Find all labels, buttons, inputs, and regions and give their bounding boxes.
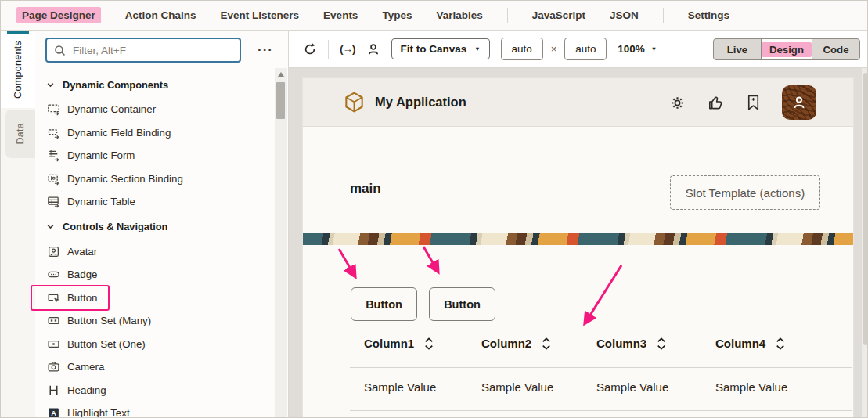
zoom-value: 100% [618, 43, 645, 55]
mode-code-button[interactable]: Code [812, 39, 859, 59]
tab-action-chains[interactable]: Action Chains [125, 9, 196, 21]
dynamic-container-icon [47, 103, 60, 116]
scrollbar-thumb[interactable] [863, 73, 868, 345]
column-header-4[interactable]: Column4 [715, 337, 785, 350]
mode-live-button[interactable]: Live [714, 39, 762, 59]
component-item-badge[interactable]: Badge [35, 263, 275, 286]
tab-page-designer-label: Page Designer [16, 7, 101, 23]
zoom-dropdown[interactable]: 100% ▼ [618, 43, 657, 55]
component-item-button-set-many[interactable]: Button Set (Many) [35, 309, 275, 333]
canvas-width-input[interactable] [501, 38, 543, 60]
section-dynamic-components[interactable]: Dynamic Components [35, 71, 275, 98]
component-item-dynamic-container[interactable]: Dynamic Container [35, 98, 275, 121]
highlight-text-icon: A [47, 406, 60, 418]
component-item-label: Dynamic Form [67, 150, 135, 161]
preview-page: My Application [302, 77, 854, 418]
overflow-menu-icon[interactable]: ··· [251, 38, 279, 62]
sort-icon[interactable] [424, 337, 434, 350]
user-avatar[interactable] [782, 85, 816, 120]
dynamic-form-icon [47, 149, 60, 162]
slot-template-placeholder[interactable]: Slot Template (actions) [670, 175, 820, 210]
component-item-dynamic-section-binding[interactable]: Dynamic Section Binding [35, 168, 275, 191]
live-expression-icon[interactable]: (→) [340, 43, 355, 55]
column-header-2[interactable]: Column2 [481, 337, 551, 350]
tab-event-listeners[interactable]: Event Listeners [221, 9, 300, 21]
rail-tab-data[interactable]: Data [5, 110, 35, 158]
component-item-label: Avatar [67, 246, 97, 258]
app-header-actions [668, 78, 816, 127]
sort-icon[interactable] [657, 337, 666, 350]
dynamic-field-binding-icon [47, 126, 60, 139]
canvas-height-input[interactable] [564, 38, 607, 60]
scrollbar-thumb[interactable] [276, 82, 285, 119]
component-item-button[interactable]: Button [35, 286, 275, 310]
chevron-down-icon [46, 81, 55, 89]
preview-button-1[interactable]: Button [351, 287, 417, 321]
component-item-label: Highlight Text [67, 407, 130, 418]
component-item-button-set-one[interactable]: Button Set (One) [35, 333, 275, 356]
component-item-label: Button Set (Many) [67, 315, 151, 326]
component-item-camera[interactable]: Camera [35, 355, 275, 379]
component-filter [45, 38, 241, 63]
tab-json[interactable]: JSON [610, 9, 639, 21]
chevron-down-icon: ▼ [474, 45, 480, 52]
chevron-down-icon [46, 222, 55, 231]
decorative-banner-image [303, 233, 853, 245]
sort-icon[interactable] [776, 337, 785, 350]
component-item-dynamic-table[interactable]: Dynamic Table [35, 190, 275, 214]
table-divider [350, 367, 852, 368]
tab-variables[interactable]: Variables [436, 9, 482, 21]
dynamic-table-icon [47, 195, 60, 208]
component-item-dynamic-field-binding[interactable]: Dynamic Field Binding [35, 121, 275, 145]
filter-input[interactable] [73, 45, 233, 56]
fit-to-canvas-dropdown[interactable]: Fit to Canvas ▼ [391, 38, 490, 59]
column-label: Column1 [364, 337, 414, 350]
tab-javascript[interactable]: JavaScript [532, 9, 585, 21]
tab-events[interactable]: Events [323, 9, 358, 21]
column-header-3[interactable]: Column3 [596, 337, 666, 350]
canvas-scrollbar[interactable] [862, 68, 868, 418]
preview-app-header: My Application [303, 78, 853, 127]
page-designer-window: Page Designer Action Chains Event Listen… [0, 0, 868, 418]
component-item-label: Badge [67, 268, 97, 280]
tab-types[interactable]: Types [382, 9, 412, 21]
section-controls-navigation[interactable]: Controls & Navigation [35, 214, 275, 240]
user-mode-icon[interactable] [366, 42, 380, 56]
tab-page-designer[interactable]: Page Designer [16, 9, 101, 21]
preview-button-2[interactable]: Button [429, 287, 495, 321]
toolbar-separator [328, 40, 329, 59]
table-cell: Sample Value [364, 380, 436, 394]
section-title: Dynamic Components [63, 79, 168, 91]
tab-settings[interactable]: Settings [688, 9, 729, 21]
table-cell: Sample Value [481, 380, 553, 394]
button-set-one-icon [47, 337, 60, 351]
components-panel: ··· Dynamic Components Dynamic Container [35, 31, 289, 418]
badge-icon [47, 268, 60, 281]
component-item-dynamic-form[interactable]: Dynamic Form [35, 144, 275, 168]
component-item-label: Dynamic Container [67, 103, 156, 115]
button-set-many-icon [47, 314, 60, 327]
canvas-toolbar: (→) Fit to Canvas ▼ × 100% ▼ Live Design [289, 31, 868, 68]
component-item-heading[interactable]: Heading [35, 379, 275, 402]
bookmark-add-icon[interactable] [745, 94, 762, 112]
refresh-icon[interactable] [303, 42, 317, 56]
section-title: Controls & Navigation [63, 221, 167, 232]
design-canvas-area: (→) Fit to Canvas ▼ × 100% ▼ Live Design [289, 31, 868, 418]
column-header-1[interactable]: Column1 [364, 337, 434, 350]
avatar-icon [47, 245, 60, 258]
mode-design-label: Design [762, 42, 812, 57]
column-label: Column3 [596, 337, 646, 350]
sort-icon[interactable] [542, 337, 551, 350]
mode-design-button[interactable]: Design [762, 39, 812, 59]
scroll-up-arrow-icon[interactable] [278, 72, 284, 77]
thumbs-up-icon[interactable] [707, 94, 725, 112]
multiply-glyph: × [551, 43, 557, 55]
search-icon [53, 44, 67, 57]
rail-tab-components[interactable]: Components [1, 31, 35, 108]
component-item-avatar[interactable]: Avatar [35, 240, 275, 264]
gear-icon[interactable] [668, 94, 686, 112]
component-item-highlight-text[interactable]: A Highlight Text [35, 402, 275, 418]
panel-scrollbar[interactable] [275, 68, 287, 418]
camera-icon [47, 360, 60, 373]
component-item-label: Camera [67, 361, 104, 373]
